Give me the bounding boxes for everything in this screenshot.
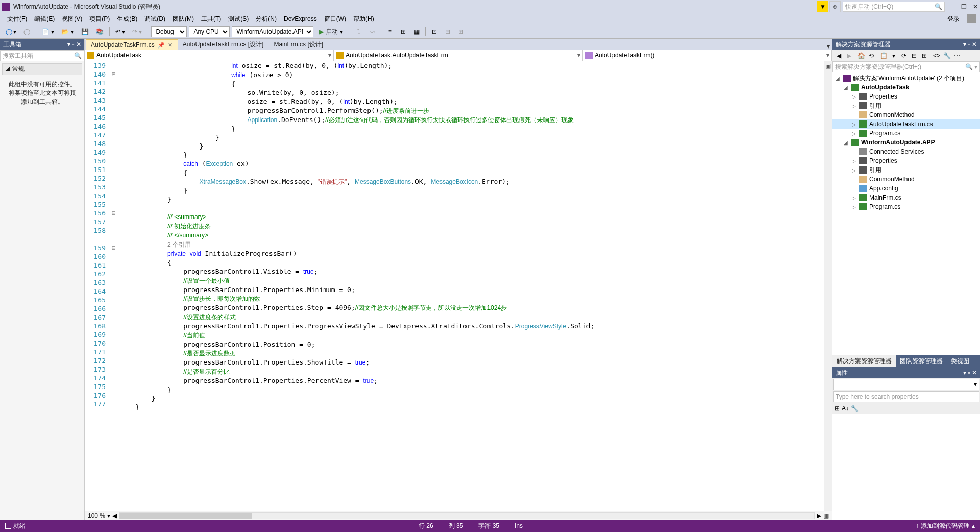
nav-project-combo[interactable]: AutoUpdateTask▾ — [85, 50, 334, 61]
split-icon[interactable]: ▥ — [823, 512, 829, 519]
properties-object-combo[interactable]: ▾ — [833, 379, 979, 390]
doc-tab[interactable]: MainFrm.cs [设计] — [268, 39, 328, 50]
sln-bottom-tab[interactable]: 团队资源管理器 — [896, 355, 947, 367]
expand-arrow-icon[interactable]: ▷ — [851, 131, 857, 136]
zoom-dropdown-icon[interactable]: ▾ — [107, 512, 110, 519]
properties-grid[interactable] — [832, 414, 980, 520]
sln-pending-icon[interactable]: 📋 — [879, 52, 888, 60]
menu-DevExpress[interactable]: DevExpress — [281, 14, 320, 23]
open-button[interactable]: 📂 ▾ — [59, 26, 76, 37]
sln-bottom-tab[interactable]: 解决方案资源管理器 — [832, 355, 896, 367]
expand-arrow-icon[interactable]: ▷ — [851, 94, 857, 100]
sln-home-icon[interactable]: 🏠 — [857, 52, 865, 60]
menu-测试(S)[interactable]: 测试(S) — [225, 14, 252, 25]
notification-flag-icon[interactable] — [817, 1, 828, 12]
sln-more-icon[interactable]: ⋯ — [953, 52, 961, 60]
user-avatar-icon[interactable] — [967, 14, 976, 23]
tree-node[interactable]: ▷Properties — [832, 156, 980, 165]
tree-node[interactable]: ◢AutoUpdateTask — [832, 83, 980, 92]
sln-refresh-icon[interactable]: ⟳ — [900, 52, 908, 60]
save-all-button[interactable]: 📚 — [93, 26, 106, 37]
tree-node[interactable]: ▷AutoUpdateTaskFrm.cs — [832, 119, 980, 129]
menu-窗口(W)[interactable]: 窗口(W) — [321, 14, 349, 25]
horizontal-scrollbar[interactable] — [119, 512, 815, 519]
props-wrench-icon[interactable]: 🔧 — [851, 405, 859, 412]
close-icon[interactable]: ✕ — [168, 42, 173, 49]
platform-dropdown[interactable]: Any CPU — [189, 26, 230, 37]
status-scm[interactable]: ↑ 添加到源代码管理 ▴ — [916, 522, 975, 530]
sln-a-icon[interactable]: ▾ — [890, 52, 898, 60]
sln-code-icon[interactable]: <> — [933, 52, 941, 60]
start-debug-button[interactable]: ▶启动 ▾ — [315, 26, 347, 37]
properties-search-input[interactable]: Type here to search properties — [833, 391, 979, 402]
nav-member-combo[interactable]: AutoUpdateTaskFrm()▾ — [583, 50, 832, 61]
expand-arrow-icon[interactable]: ◢ — [835, 76, 841, 81]
solution-tree[interactable]: ◢解决方案'WinformAutoUpdate' (2 个项目)◢AutoUpd… — [832, 72, 980, 355]
save-button[interactable]: 💾 — [79, 26, 91, 37]
sln-fwd-icon[interactable]: ▶ — [845, 52, 853, 60]
sln-back-icon[interactable]: ◀ — [835, 52, 843, 60]
fold-gutter[interactable]: ⊟ ⊟ ⊟ — [110, 61, 117, 511]
sln-sync-icon[interactable]: ⟲ — [867, 52, 875, 60]
menu-分析(N)[interactable]: 分析(N) — [253, 14, 280, 25]
tree-node[interactable]: CommonMethod — [832, 110, 980, 119]
props-categorized-icon[interactable]: ⊞ — [835, 405, 840, 412]
sln-bottom-tab[interactable]: 类视图 — [947, 355, 973, 367]
tree-node[interactable]: ◢WinformAutoUpdate.APP — [832, 138, 980, 147]
startup-project-dropdown[interactable]: WinformAutoUpdate.APP — [232, 26, 313, 37]
toolbar-btn-c[interactable]: ▦ — [411, 26, 422, 37]
tree-node[interactable]: CommonMethod — [832, 175, 980, 184]
menu-项目(P)[interactable]: 项目(P) — [86, 14, 113, 25]
tree-node[interactable]: ▷引用 — [832, 101, 980, 110]
tree-node[interactable]: ▷引用 — [832, 165, 980, 175]
doc-tab[interactable]: AutoUpdateTaskFrm.cs [设计] — [178, 39, 269, 50]
expand-arrow-icon[interactable]: ▷ — [851, 122, 857, 127]
config-dropdown[interactable]: Debug — [151, 26, 187, 37]
tree-node[interactable]: ▷Properties — [832, 92, 980, 101]
close-button[interactable]: ✕ — [973, 3, 978, 10]
expand-arrow-icon[interactable]: ▷ — [851, 195, 857, 201]
expand-arrow-icon[interactable]: ▷ — [851, 204, 857, 210]
expand-arrow-icon[interactable]: ▷ — [851, 103, 857, 109]
toolbar-btn-a[interactable]: ≡ — [384, 26, 396, 37]
menu-文件(F)[interactable]: 文件(F) — [4, 14, 30, 25]
scroll-right-icon[interactable]: ▶ — [817, 512, 821, 519]
menu-调试(D)[interactable]: 调试(D) — [141, 14, 168, 25]
props-alpha-icon[interactable]: A↓ — [842, 405, 849, 412]
tab-overflow-button[interactable]: ▾ — [825, 43, 832, 50]
tree-node[interactable]: ▷Program.cs — [832, 202, 980, 211]
step-over-button[interactable]: ⤻ — [366, 26, 378, 37]
sln-collapse-icon[interactable]: ⊟ — [910, 52, 918, 60]
toolbox-group-general[interactable]: ◢ 常规 — [2, 63, 82, 75]
expand-arrow-icon[interactable]: ▷ — [851, 167, 857, 173]
menu-工具(T)[interactable]: 工具(T) — [198, 14, 224, 25]
menu-视图(V)[interactable]: 视图(V) — [59, 14, 85, 25]
tree-node[interactable]: ▷MainFrm.cs — [832, 193, 980, 202]
tree-node[interactable]: Connected Services — [832, 147, 980, 156]
expand-arrow-icon[interactable]: ▷ — [851, 158, 857, 164]
code-editor[interactable]: int osize = st.Read(by, 0, (int)by.Lengt… — [117, 61, 824, 511]
new-item-button[interactable]: 📄 ▾ — [39, 26, 57, 37]
step-into-button[interactable]: ⤵ — [353, 26, 364, 37]
doc-tab[interactable]: AutoUpdateTaskFrm.cs📌✕ — [86, 39, 178, 50]
tree-node[interactable]: ▷Program.cs — [832, 129, 980, 138]
feedback-icon[interactable]: ☺ — [829, 1, 841, 12]
toolbar-btn-e[interactable]: ⊟ — [442, 26, 453, 37]
menu-生成(B)[interactable]: 生成(B) — [114, 14, 140, 25]
undo-button[interactable]: ↶ ▾ — [113, 26, 128, 37]
maximize-button[interactable]: ❐ — [961, 3, 967, 10]
toolbar-btn-f[interactable]: ⊞ — [455, 26, 467, 37]
solution-explorer-search-input[interactable]: 搜索解决方案资源管理器(Ctrl+;) 🔍 ▾ — [832, 61, 980, 72]
tree-node[interactable]: App.config — [832, 184, 980, 193]
minimize-button[interactable]: — — [949, 3, 955, 10]
nav-forward-button[interactable]: ◯ — [21, 26, 33, 37]
toolbar-btn-d[interactable]: ⊡ — [429, 26, 440, 37]
toolbox-header-buttons[interactable]: ▾ ▫ ✕ — [67, 41, 81, 48]
sln-props-icon[interactable]: 🔧 — [943, 52, 951, 60]
nav-back-button[interactable]: ◯ ▾ — [3, 26, 19, 37]
editor-side-marker[interactable]: ▣ — [824, 61, 832, 511]
menu-帮助(H)[interactable]: 帮助(H) — [350, 14, 377, 25]
toolbar-btn-b[interactable]: ⊞ — [398, 26, 409, 37]
sign-in-button[interactable]: 登录 — [943, 14, 964, 25]
redo-button[interactable]: ↷ ▾ — [130, 26, 144, 37]
